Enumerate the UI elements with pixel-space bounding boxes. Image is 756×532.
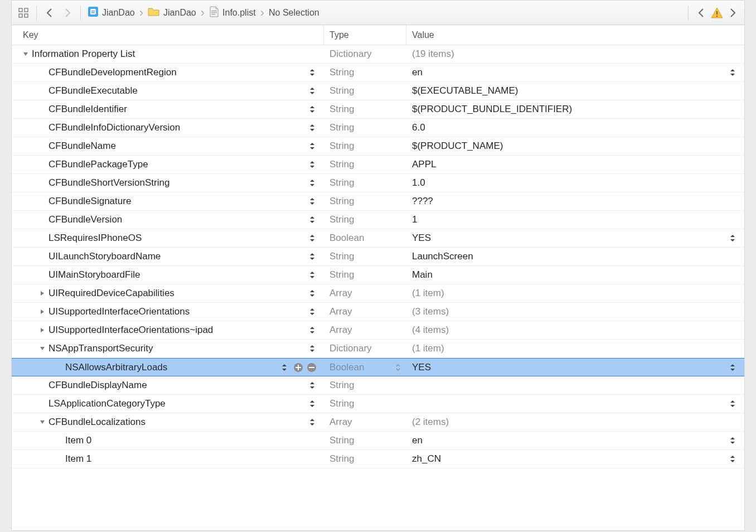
value-cell[interactable]: Main <box>406 266 744 284</box>
value-cell[interactable]: (19 items) <box>406 45 744 63</box>
plist-row[interactable]: UISupportedInterfaceOrientations~ipadArr… <box>12 321 744 340</box>
type-cell[interactable]: Dictionary <box>324 45 406 63</box>
key-stepper[interactable] <box>308 270 316 280</box>
type-cell[interactable]: Array <box>324 321 406 339</box>
value-cell[interactable]: en <box>406 432 744 449</box>
key-stepper[interactable] <box>308 417 316 427</box>
key-stepper[interactable] <box>308 178 316 188</box>
breadcrumb-item-selection[interactable]: No Selection <box>266 8 322 18</box>
plist-row[interactable]: CFBundleIdentifierString$(PRODUCT_BUNDLE… <box>12 100 744 119</box>
value-cell[interactable]: 1.0 <box>406 174 744 192</box>
key-stepper[interactable] <box>308 233 316 243</box>
key-stepper[interactable] <box>308 196 316 206</box>
type-cell[interactable]: String <box>324 174 406 192</box>
value-cell[interactable]: (2 items) <box>406 413 744 431</box>
plist-row[interactable]: UISupportedInterfaceOrientationsArray(3 … <box>12 303 744 321</box>
type-cell[interactable]: String <box>324 156 406 173</box>
key-cell[interactable]: CFBundleLocalizations <box>12 413 324 431</box>
plist-row[interactable]: UIMainStoryboardFileStringMain <box>12 266 744 284</box>
value-stepper[interactable] <box>729 233 736 243</box>
type-cell[interactable]: String <box>324 82 406 100</box>
key-cell[interactable]: CFBundleDisplayName <box>12 376 324 394</box>
plist-row[interactable]: NSAppTransportSecurityDictionary(1 item) <box>12 340 744 358</box>
value-cell[interactable]: 1 <box>406 211 744 229</box>
value-cell[interactable]: en <box>406 64 744 81</box>
key-stepper[interactable] <box>308 288 316 298</box>
value-cell[interactable]: $(PRODUCT_BUNDLE_IDENTIFIER) <box>406 100 744 118</box>
key-cell[interactable]: UILaunchStoryboardName <box>12 248 324 265</box>
key-cell[interactable]: CFBundleInfoDictionaryVersion <box>12 119 324 137</box>
show-related-items-icon[interactable] <box>15 4 32 21</box>
value-cell[interactable]: (1 item) <box>406 284 744 302</box>
type-cell[interactable]: String <box>324 100 406 118</box>
key-stepper[interactable] <box>308 159 316 170</box>
key-cell[interactable]: CFBundleIdentifier <box>12 100 324 118</box>
header-key[interactable]: Key <box>12 25 324 45</box>
type-cell[interactable]: Array <box>324 303 406 321</box>
breadcrumb-item-folder[interactable]: JianDao <box>146 7 198 19</box>
plist-row[interactable]: Information Property ListDictionary(19 i… <box>12 45 744 64</box>
key-cell[interactable]: CFBundleExecutable <box>12 82 324 100</box>
value-cell[interactable]: zh_CN <box>406 450 744 468</box>
value-cell[interactable]: YES <box>406 359 744 376</box>
key-stepper[interactable] <box>308 252 316 262</box>
key-cell[interactable]: CFBundleName <box>12 137 324 155</box>
remove-row-button[interactable] <box>306 362 317 373</box>
plist-row[interactable]: Item 1Stringzh_CN <box>12 450 744 468</box>
key-stepper[interactable] <box>308 67 316 78</box>
value-cell[interactable]: (4 items) <box>406 321 744 339</box>
type-cell[interactable]: String <box>324 376 406 394</box>
add-row-button[interactable] <box>293 362 304 373</box>
value-stepper[interactable] <box>729 399 736 409</box>
type-cell[interactable]: String <box>324 119 406 137</box>
key-stepper[interactable] <box>308 380 316 390</box>
key-stepper[interactable] <box>280 362 288 373</box>
plist-row[interactable]: CFBundleVersionString1 <box>12 211 744 229</box>
key-cell[interactable]: UISupportedInterfaceOrientations~ipad <box>12 321 324 339</box>
value-cell[interactable]: 6.0 <box>406 119 744 137</box>
type-stepper[interactable] <box>394 362 402 373</box>
plist-row[interactable]: LSRequiresIPhoneOSBooleanYES <box>12 229 744 248</box>
plist-row[interactable]: CFBundlePackageTypeStringAPPL <box>12 156 744 174</box>
disclosure-down-icon[interactable] <box>38 346 46 351</box>
key-cell[interactable]: NSAllowsArbitraryLoads <box>12 359 324 376</box>
key-cell[interactable]: CFBundleVersion <box>12 211 324 229</box>
key-cell[interactable]: CFBundleSignature <box>12 192 324 210</box>
type-cell[interactable]: String <box>324 450 406 468</box>
key-cell[interactable]: Item 1 <box>12 450 324 468</box>
key-cell[interactable]: Item 0 <box>12 432 324 449</box>
value-cell[interactable]: ???? <box>406 192 744 210</box>
warning-icon[interactable] <box>711 7 723 19</box>
type-cell[interactable]: String <box>324 248 406 265</box>
key-stepper[interactable] <box>308 344 316 354</box>
plist-row[interactable]: CFBundleLocalizationsArray(2 items) <box>12 413 744 432</box>
issues-back-button[interactable] <box>693 4 710 21</box>
key-stepper[interactable] <box>308 215 316 225</box>
header-type[interactable]: Type <box>324 25 406 45</box>
key-cell[interactable]: UISupportedInterfaceOrientations <box>12 303 324 321</box>
disclosure-down-icon[interactable] <box>22 51 30 57</box>
value-cell[interactable]: YES <box>406 229 744 247</box>
disclosure-down-icon[interactable] <box>38 419 46 425</box>
plist-row[interactable]: CFBundleExecutableString$(EXECUTABLE_NAM… <box>12 82 744 100</box>
disclosure-right-icon[interactable] <box>38 327 46 333</box>
value-cell[interactable] <box>406 376 744 394</box>
type-cell[interactable]: String <box>324 137 406 155</box>
key-cell[interactable]: CFBundlePackageType <box>12 156 324 173</box>
value-stepper[interactable] <box>729 454 736 464</box>
key-stepper[interactable] <box>308 325 316 335</box>
key-cell[interactable]: NSAppTransportSecurity <box>12 340 324 357</box>
type-cell[interactable]: String <box>324 432 406 449</box>
value-cell[interactable]: $(PRODUCT_NAME) <box>406 137 744 155</box>
plist-row[interactable]: CFBundleNameString$(PRODUCT_NAME) <box>12 137 744 156</box>
type-cell[interactable]: String <box>324 266 406 284</box>
breadcrumb-item-file[interactable]: Info.plist <box>207 6 258 20</box>
key-stepper[interactable] <box>308 141 316 151</box>
value-stepper[interactable] <box>729 436 736 446</box>
key-cell[interactable]: UIMainStoryboardFile <box>12 266 324 284</box>
plist-row[interactable]: UIRequiredDeviceCapabilitiesArray(1 item… <box>12 284 744 303</box>
value-cell[interactable]: (3 items) <box>406 303 744 321</box>
disclosure-right-icon[interactable] <box>38 291 46 296</box>
plist-row[interactable]: NSAllowsArbitraryLoadsBooleanYES <box>12 358 744 376</box>
value-stepper[interactable] <box>729 67 736 78</box>
